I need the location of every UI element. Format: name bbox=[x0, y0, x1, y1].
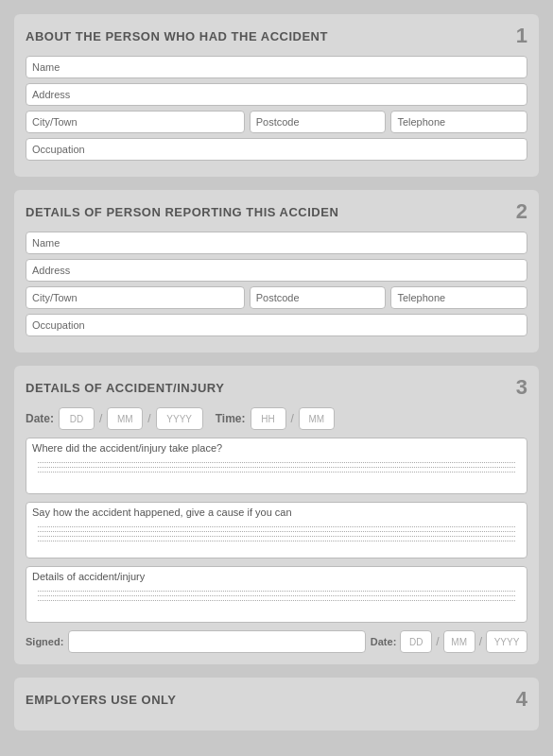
section2-city-field[interactable]: City/Town bbox=[26, 286, 245, 309]
date-mm-field[interactable]: MM bbox=[107, 407, 143, 430]
signed-date-label: Date: bbox=[371, 636, 397, 647]
section-1: ABOUT THE PERSON WHO HAD THE ACCIDENT 1 … bbox=[14, 14, 539, 177]
dotted-line-4 bbox=[38, 526, 515, 527]
section-4: EMPLOYERS USE ONLY 4 bbox=[14, 678, 539, 730]
dotted-line-7 bbox=[38, 541, 515, 541]
signed-field[interactable] bbox=[68, 630, 365, 653]
section1-city-field[interactable]: City/Town bbox=[26, 111, 245, 133]
section-3-title: DETAILS OF ACCIDENT/INJURY bbox=[26, 381, 224, 395]
section2-city-row: City/Town Postcode Telephone bbox=[26, 286, 527, 309]
section-2-header: DETAILS OF PERSON REPORTING THIS ACCIDEN… bbox=[26, 199, 527, 224]
section-1-title: ABOUT THE PERSON WHO HAD THE ACCIDENT bbox=[26, 29, 328, 43]
section-1-number: 1 bbox=[516, 24, 527, 48]
dotted-line-9 bbox=[38, 595, 515, 596]
section2-address-field[interactable]: Address bbox=[26, 259, 527, 282]
section-2: DETAILS OF PERSON REPORTING THIS ACCIDEN… bbox=[14, 190, 539, 352]
dotted-line-2 bbox=[38, 467, 515, 468]
where-accident-label: Where did the accident/injury take place… bbox=[26, 438, 527, 454]
section-1-header: ABOUT THE PERSON WHO HAD THE ACCIDENT 1 bbox=[26, 24, 527, 48]
section2-telephone-field[interactable]: Telephone bbox=[390, 286, 527, 309]
date-dd-field[interactable]: DD bbox=[59, 407, 95, 430]
section1-telephone-field[interactable]: Telephone bbox=[390, 111, 527, 133]
section2-postcode-field[interactable]: Postcode bbox=[250, 286, 387, 309]
signed-label: Signed: bbox=[26, 636, 63, 647]
dotted-line-5 bbox=[38, 531, 515, 532]
section1-occupation-field[interactable]: Occupation bbox=[26, 138, 527, 161]
dotted-line-3 bbox=[38, 472, 515, 472]
dotted-line-6 bbox=[38, 536, 515, 537]
where-accident-wrapper: Where did the accident/injury take place… bbox=[26, 438, 527, 494]
section1-city-row: City/Town Postcode Telephone bbox=[26, 111, 527, 133]
section-4-header: EMPLOYERS USE ONLY 4 bbox=[26, 687, 527, 712]
date-label: Date: bbox=[26, 412, 54, 425]
time-hh-field[interactable]: HH bbox=[251, 407, 286, 430]
section2-occupation-field[interactable]: Occupation bbox=[26, 314, 527, 336]
signed-date-dd[interactable]: DD bbox=[400, 630, 432, 653]
dotted-line-1 bbox=[38, 462, 515, 463]
section1-address-field[interactable]: Address bbox=[26, 83, 527, 106]
date-time-row: Date: DD / MM / YYYY Time: HH / MM bbox=[26, 407, 527, 430]
section-4-title: EMPLOYERS USE ONLY bbox=[26, 693, 177, 707]
dotted-line-10 bbox=[38, 600, 515, 601]
dotted-line-8 bbox=[38, 591, 515, 592]
section2-name-field[interactable]: Name bbox=[26, 232, 527, 254]
section-3-header: DETAILS OF ACCIDENT/INJURY 3 bbox=[26, 375, 527, 400]
section-3: DETAILS OF ACCIDENT/INJURY 3 Date: DD / … bbox=[14, 366, 539, 664]
section-4-number: 4 bbox=[516, 687, 527, 712]
section1-postcode-field[interactable]: Postcode bbox=[250, 111, 387, 133]
date-yyyy-field[interactable]: YYYY bbox=[156, 407, 203, 430]
signed-date-yyyy[interactable]: YYYY bbox=[486, 630, 527, 653]
section-2-number: 2 bbox=[516, 199, 527, 224]
details-accident-label: Details of accident/injury bbox=[26, 567, 527, 582]
time-mm-field[interactable]: MM bbox=[299, 407, 335, 430]
signed-date-inline: Date: DD / MM / YYYY bbox=[371, 630, 527, 653]
section-2-title: DETAILS OF PERSON REPORTING THIS ACCIDEN bbox=[26, 205, 338, 219]
signed-date-mm[interactable]: MM bbox=[443, 630, 475, 653]
how-accident-label: Say how the accident happened, give a ca… bbox=[26, 503, 527, 518]
section1-name-field[interactable]: Name bbox=[26, 56, 527, 78]
section-3-number: 3 bbox=[516, 375, 527, 400]
how-accident-wrapper: Say how the accident happened, give a ca… bbox=[26, 502, 527, 558]
time-label: Time: bbox=[216, 412, 246, 425]
signed-row: Signed: Date: DD / MM / YYYY bbox=[26, 630, 527, 653]
details-accident-wrapper: Details of accident/injury bbox=[26, 566, 527, 623]
